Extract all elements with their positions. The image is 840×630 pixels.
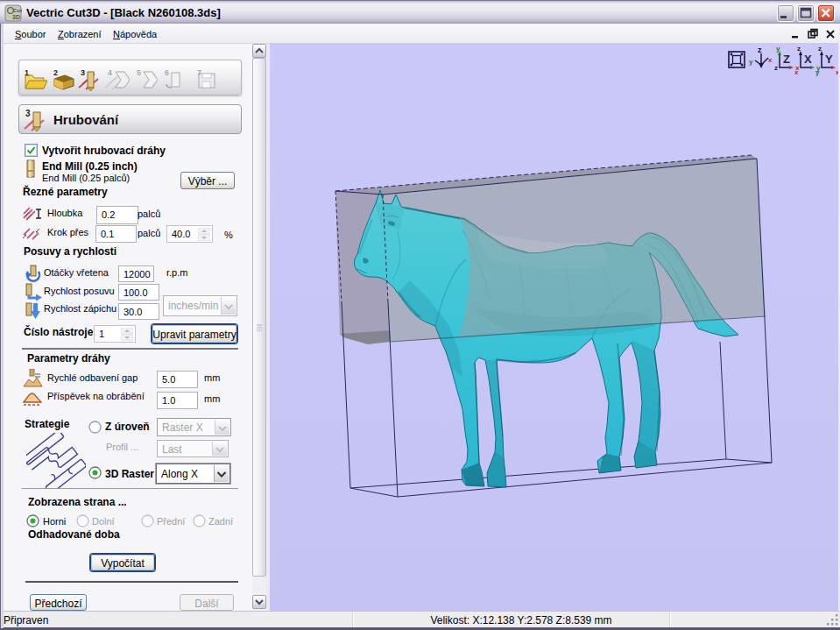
svg-text:2: 2 [53,68,58,77]
svg-text:3: 3 [81,68,85,77]
svg-text:3: 3 [25,109,31,118]
svg-text:Y: Y [825,53,833,66]
svg-text:z: z [774,64,778,72]
svg-text:7: 7 [197,68,201,77]
svg-text:3D: 3D [12,14,20,20]
svg-text:x: x [836,68,838,76]
svg-text:x: x [768,56,773,64]
svg-text:6: 6 [165,68,169,77]
svg-text:5: 5 [137,68,141,77]
svg-text:y: y [776,45,780,53]
svg-text:z: z [818,45,822,53]
svg-text:4: 4 [108,68,112,77]
svg-text:z: z [758,46,762,54]
svg-text:X: X [804,53,812,66]
svg-text:1: 1 [25,68,29,77]
svg-text:x: x [795,64,800,72]
svg-text:Z: Z [783,53,790,66]
svg-text:z: z [797,45,801,53]
svg-text:Cut: Cut [13,8,22,13]
svg-text:y: y [749,58,753,66]
svg-text:y: y [816,64,821,72]
